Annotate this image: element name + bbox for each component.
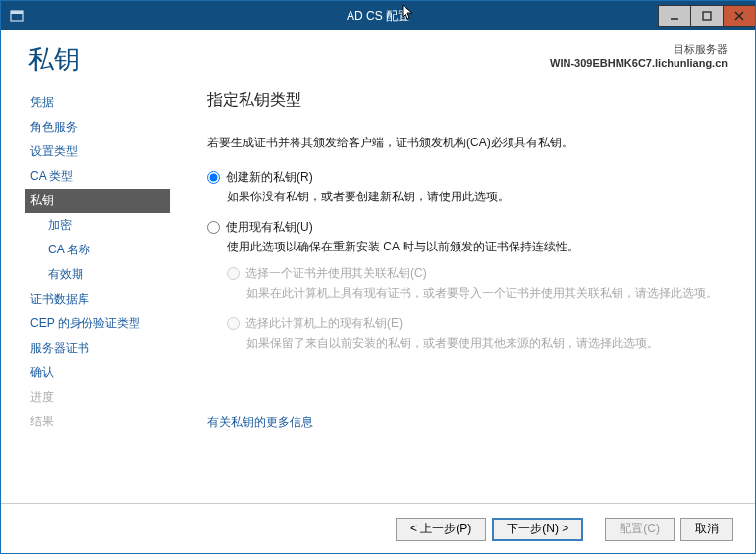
radio-create-new-desc: 如果你没有私钥，或者要创建新私钥，请使用此选项。 — [227, 189, 726, 205]
sidebar: 凭据 角色服务 设置类型 CA 类型 私钥 加密 CA 名称 有效期 证书数据库… — [1, 90, 178, 503]
radio-use-existing-label: 使用现有私钥(U) — [226, 219, 313, 236]
radio-select-existing-key-input — [227, 317, 240, 330]
window-title: AD CS 配置 — [347, 8, 409, 25]
sidebar-item-confirmation[interactable]: 确认 — [28, 360, 178, 385]
app-icon — [9, 8, 25, 24]
content-heading: 指定私钥类型 — [207, 90, 726, 111]
configure-button: 配置(C) — [605, 518, 675, 541]
page-title: 私钥 — [28, 42, 80, 77]
option-use-existing: 使用现有私钥(U) 使用此选项以确保在重新安装 CA 时与以前颁发的证书保持连续… — [207, 219, 726, 352]
sub-option-select-existing-key: 选择此计算机上的现有私钥(E) 如果保留了来自以前安装的私钥，或者要使用其他来源… — [227, 315, 726, 352]
window-controls — [658, 6, 755, 27]
radio-select-cert: 选择一个证书并使用其关联私钥(C) — [227, 265, 726, 282]
sidebar-item-ca-type[interactable]: CA 类型 — [28, 164, 178, 189]
cursor-icon — [402, 4, 415, 22]
radio-use-existing[interactable]: 使用现有私钥(U) — [207, 219, 726, 236]
radio-select-existing-key-desc: 如果保留了来自以前安装的私钥，或者要使用其他来源的私钥，请选择此选项。 — [246, 335, 726, 352]
radio-create-new-input[interactable] — [207, 171, 220, 184]
sidebar-item-progress: 进度 — [28, 385, 178, 410]
sidebar-item-role-services[interactable]: 角色服务 — [28, 115, 178, 139]
target-server-info: 目标服务器 WIN-309EBHMK6C7.lichunliang.cn — [550, 42, 728, 69]
instruction-text: 若要生成证书并将其颁发给客户端，证书颁发机构(CA)必须具有私钥。 — [207, 135, 726, 151]
sidebar-item-cryptography[interactable]: 加密 — [28, 213, 178, 238]
sidebar-item-cert-database[interactable]: 证书数据库 — [28, 287, 178, 311]
previous-button[interactable]: < 上一步(P) — [396, 518, 486, 541]
radio-use-existing-input[interactable] — [207, 221, 220, 234]
sidebar-item-setup-type[interactable]: 设置类型 — [28, 139, 178, 164]
cancel-button[interactable]: 取消 — [680, 518, 733, 541]
close-button[interactable] — [723, 5, 756, 27]
header: 私钥 目标服务器 WIN-309EBHMK6C7.lichunliang.cn — [1, 30, 755, 81]
content: 指定私钥类型 若要生成证书并将其颁发给客户端，证书颁发机构(CA)必须具有私钥。… — [178, 90, 755, 503]
sidebar-item-validity[interactable]: 有效期 — [28, 262, 178, 287]
sidebar-item-results: 结果 — [28, 410, 178, 434]
sidebar-item-private-key[interactable]: 私钥 — [25, 189, 170, 213]
option-create-new: 创建新的私钥(R) 如果你没有私钥，或者要创建新私钥，请使用此选项。 — [207, 169, 726, 205]
sub-option-select-cert: 选择一个证书并使用其关联私钥(C) 如果在此计算机上具有现有证书，或者要导入一个… — [227, 265, 726, 302]
titlebar: AD CS 配置 — [1, 1, 755, 30]
main: 凭据 角色服务 设置类型 CA 类型 私钥 加密 CA 名称 有效期 证书数据库… — [1, 81, 755, 503]
more-info-link[interactable]: 有关私钥的更多信息 — [207, 415, 313, 431]
radio-use-existing-desc: 使用此选项以确保在重新安装 CA 时与以前颁发的证书保持连续性。 — [227, 239, 726, 255]
private-key-options: 创建新的私钥(R) 如果你没有私钥，或者要创建新私钥，请使用此选项。 使用现有私… — [207, 169, 726, 352]
sidebar-item-server-cert[interactable]: 服务器证书 — [28, 336, 178, 360]
radio-select-cert-label: 选择一个证书并使用其关联私钥(C) — [245, 265, 427, 282]
radio-create-new-label: 创建新的私钥(R) — [226, 169, 313, 186]
radio-select-cert-input — [227, 267, 240, 280]
sidebar-item-credentials[interactable]: 凭据 — [28, 90, 178, 115]
footer: < 上一步(P) 下一步(N) > 配置(C) 取消 — [1, 503, 755, 554]
target-server-fqdn: WIN-309EBHMK6C7.lichunliang.cn — [550, 57, 728, 69]
sidebar-item-cep-auth[interactable]: CEP 的身份验证类型 — [28, 311, 178, 336]
sidebar-item-ca-name[interactable]: CA 名称 — [28, 238, 178, 262]
svg-rect-1 — [11, 11, 23, 14]
radio-select-existing-key: 选择此计算机上的现有私钥(E) — [227, 315, 726, 332]
minimize-button[interactable] — [658, 5, 691, 27]
radio-create-new[interactable]: 创建新的私钥(R) — [207, 169, 726, 186]
next-button[interactable]: 下一步(N) > — [492, 518, 583, 541]
radio-select-existing-key-label: 选择此计算机上的现有私钥(E) — [245, 315, 403, 332]
maximize-button[interactable] — [690, 5, 724, 27]
radio-select-cert-desc: 如果在此计算机上具有现有证书，或者要导入一个证书并使用其关联私钥，请选择此选项。 — [246, 285, 726, 302]
target-server-label: 目标服务器 — [550, 42, 728, 57]
svg-rect-3 — [703, 12, 711, 20]
